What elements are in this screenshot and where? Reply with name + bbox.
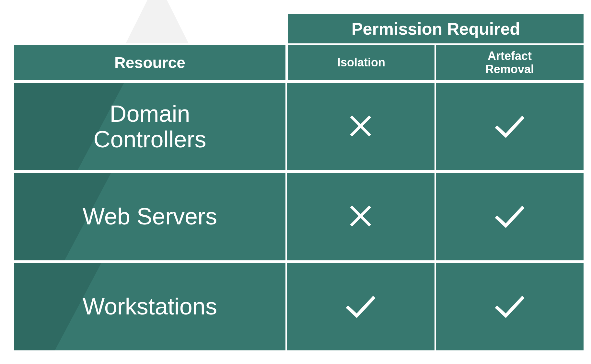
artefact-cell — [436, 172, 585, 262]
cross-icon — [347, 202, 374, 230]
table-row: Workstations — [13, 262, 585, 352]
isolation-cell — [287, 82, 436, 172]
header-isolation: Isolation — [287, 43, 436, 82]
cross-icon — [347, 112, 374, 140]
check-icon — [493, 113, 526, 139]
header-resource: Resource — [13, 43, 287, 82]
header-row-sub: Resource Isolation ArtefactRemoval — [13, 43, 585, 82]
blank-cell — [13, 13, 287, 43]
resource-label: Web Servers — [14, 204, 285, 229]
check-icon — [493, 203, 526, 229]
resource-cell: Web Servers — [13, 172, 287, 262]
permission-table-wrap: Permission Required Resource Isolation A… — [13, 13, 585, 351]
resource-label: DomainControllers — [14, 101, 285, 152]
check-icon — [344, 293, 377, 319]
resource-label: Workstations — [14, 294, 285, 319]
resource-cell: Workstations — [13, 262, 287, 352]
permission-table: Permission Required Resource Isolation A… — [13, 13, 585, 352]
artefact-cell — [436, 262, 585, 352]
resource-cell: DomainControllers — [13, 82, 287, 172]
check-icon — [493, 293, 526, 319]
header-artefact-removal: ArtefactRemoval — [436, 43, 585, 82]
isolation-cell — [287, 262, 436, 352]
diagram-stage: Permission Required Resource Isolation A… — [0, 0, 591, 364]
table-row: Web Servers — [13, 172, 585, 262]
isolation-cell — [287, 172, 436, 262]
table-row: DomainControllers — [13, 82, 585, 172]
header-row-group: Permission Required — [13, 13, 585, 43]
header-permission-required: Permission Required — [287, 13, 585, 43]
artefact-cell — [436, 82, 585, 172]
